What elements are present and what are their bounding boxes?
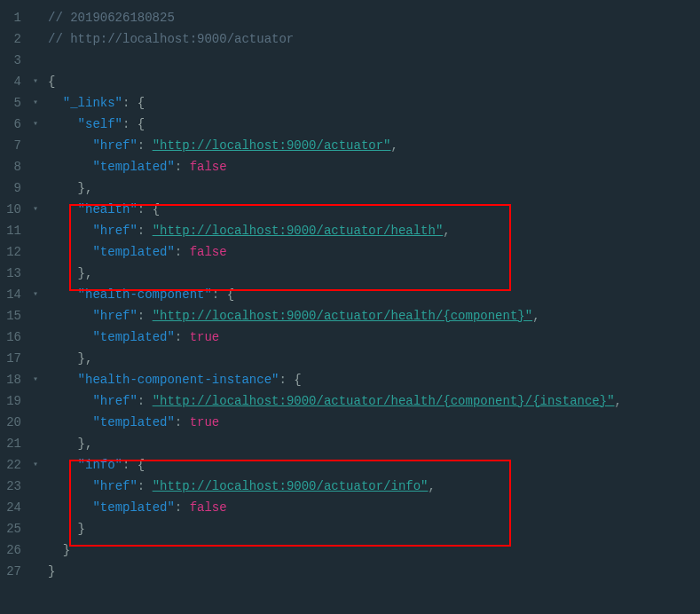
code-line[interactable]: 11 "href": "http://localhost:9000/actuat… — [0, 220, 700, 241]
line-number: 26 — [0, 540, 28, 560]
code-line[interactable]: 20 "templated": true — [0, 412, 700, 433]
json-key: "href" — [92, 138, 137, 153]
line-number: 27 — [0, 562, 28, 581]
fold-toggle-icon[interactable]: ▾ — [28, 373, 43, 387]
json-key: "health" — [78, 202, 138, 216]
line-number: 6 — [0, 114, 28, 134]
line-number: 24 — [0, 498, 28, 517]
json-key: "info" — [78, 458, 122, 472]
comment-text: // 20190626180825 — [48, 11, 175, 25]
line-number: 21 — [0, 434, 28, 453]
json-bool: false — [190, 245, 227, 259]
json-key: "health-component" — [78, 287, 212, 302]
json-brace: } — [48, 564, 55, 579]
code-line[interactable]: 26 } — [0, 539, 700, 561]
json-url-value[interactable]: "http://localhost:9000/actuator" — [153, 138, 391, 153]
line-number: 18 — [0, 370, 28, 390]
code-line[interactable]: 21 }, — [0, 433, 700, 454]
line-number: 13 — [0, 264, 28, 283]
line-number: 10 — [0, 200, 28, 219]
json-key: "href" — [92, 479, 137, 493]
json-brace: }, — [78, 266, 93, 280]
line-number: 7 — [0, 136, 28, 155]
line-number: 20 — [0, 413, 28, 432]
json-brace: } — [78, 522, 85, 536]
code-line[interactable]: 16 "templated": true — [0, 327, 700, 348]
json-key: "self" — [78, 117, 122, 131]
json-bool: false — [190, 500, 227, 515]
code-line[interactable]: 10 ▾ "health": { — [0, 199, 700, 220]
json-key: "templated" — [92, 160, 174, 174]
line-number: 8 — [0, 157, 28, 177]
json-bool: true — [190, 415, 220, 429]
line-number: 15 — [0, 306, 28, 326]
code-line[interactable]: 13 }, — [0, 263, 700, 284]
json-key: "templated" — [92, 415, 174, 429]
code-line[interactable]: 14 ▾ "health-component": { — [0, 284, 700, 305]
json-key: "templated" — [92, 500, 174, 515]
json-brace: } — [63, 543, 70, 557]
fold-toggle-icon[interactable]: ▾ — [28, 202, 43, 216]
line-number: 17 — [0, 349, 28, 368]
json-brace: }, — [78, 437, 93, 451]
line-number: 19 — [0, 391, 28, 411]
json-bool: false — [190, 160, 227, 174]
json-brace: { — [138, 117, 145, 131]
code-line[interactable]: 9 }, — [0, 177, 700, 199]
code-line[interactable]: 1 // 20190626180825 — [0, 7, 700, 28]
code-line[interactable]: 27 } — [0, 561, 700, 582]
line-number: 14 — [0, 285, 28, 304]
code-line[interactable]: 15 "href": "http://localhost:9000/actuat… — [0, 305, 700, 327]
json-key: "href" — [92, 309, 137, 323]
line-number: 12 — [0, 242, 28, 262]
json-brace: }, — [78, 181, 93, 195]
code-line[interactable]: 12 "templated": false — [0, 241, 700, 263]
code-line[interactable]: 6 ▾ "self": { — [0, 114, 700, 135]
json-brace: { — [48, 75, 55, 89]
json-url-value[interactable]: "http://localhost:9000/actuator/health" — [153, 224, 444, 238]
code-line[interactable]: 25 } — [0, 518, 700, 539]
line-number: 9 — [0, 178, 28, 198]
json-brace: { — [294, 373, 301, 387]
code-line[interactable]: 2 // http://localhost:9000/actuator — [0, 28, 700, 50]
json-key: "href" — [92, 224, 137, 238]
json-brace: }, — [78, 351, 93, 366]
fold-toggle-icon[interactable]: ▾ — [28, 287, 43, 302]
json-key: "templated" — [92, 330, 174, 344]
json-brace: { — [138, 96, 145, 110]
line-number: 1 — [0, 8, 28, 28]
fold-toggle-icon[interactable]: ▾ — [28, 117, 43, 131]
code-line[interactable]: 18 ▾ "health-component-instance": { — [0, 369, 700, 390]
code-line[interactable]: 3 — [0, 50, 700, 71]
code-line[interactable]: 23 "href": "http://localhost:9000/actuat… — [0, 476, 700, 497]
line-number: 11 — [0, 221, 28, 240]
line-number: 25 — [0, 519, 28, 539]
json-brace: { — [138, 458, 145, 472]
json-key: "templated" — [92, 245, 174, 259]
code-line[interactable]: 7 "href": "http://localhost:9000/actuato… — [0, 135, 700, 156]
line-number: 5 — [0, 93, 28, 113]
json-brace: { — [153, 202, 160, 216]
line-number: 4 — [0, 72, 28, 91]
json-key: "_links" — [63, 96, 122, 110]
json-url-value[interactable]: "http://localhost:9000/actuator/info" — [153, 479, 429, 493]
json-bool: true — [190, 330, 220, 344]
line-number: 22 — [0, 455, 28, 475]
code-line[interactable]: 17 }, — [0, 348, 700, 369]
code-line[interactable]: 4 ▾ { — [0, 71, 700, 92]
code-line[interactable]: 19 "href": "http://localhost:9000/actuat… — [0, 390, 700, 412]
code-line[interactable]: 8 "templated": false — [0, 156, 700, 177]
json-key: "health-component-instance" — [78, 373, 279, 387]
fold-toggle-icon[interactable]: ▾ — [28, 75, 43, 89]
code-line[interactable]: 5 ▾ "_links": { — [0, 92, 700, 114]
fold-toggle-icon[interactable]: ▾ — [28, 96, 43, 110]
code-line[interactable]: 24 "templated": false — [0, 497, 700, 518]
json-key: "href" — [92, 394, 137, 408]
json-url-value[interactable]: "http://localhost:9000/actuator/health/{… — [153, 309, 532, 323]
comment-text: // http://localhost:9000/actuator — [48, 32, 294, 46]
code-editor[interactable]: 1 // 20190626180825 2 // http://localhos… — [0, 7, 700, 582]
fold-toggle-icon[interactable]: ▾ — [28, 458, 43, 472]
json-brace: { — [227, 287, 234, 302]
json-url-value[interactable]: "http://localhost:9000/actuator/health/{… — [153, 394, 615, 408]
code-line[interactable]: 22 ▾ "info": { — [0, 454, 700, 476]
